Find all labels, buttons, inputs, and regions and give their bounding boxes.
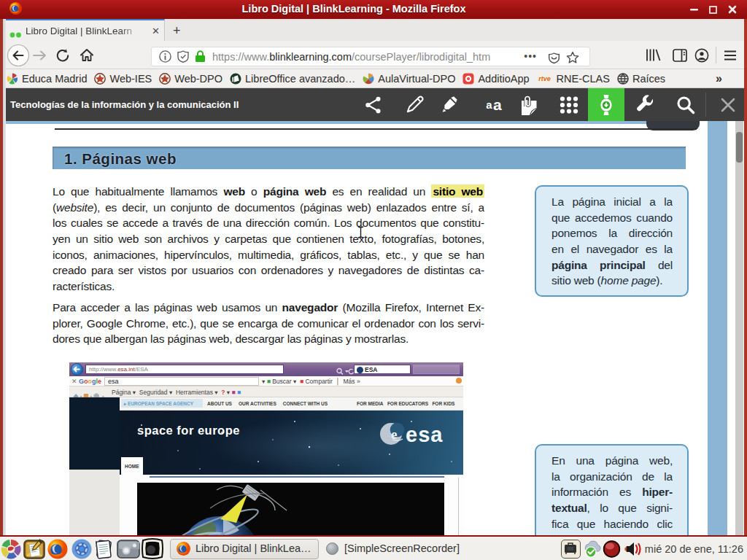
svg-text:e: e bbox=[391, 427, 397, 442]
svg-text:esa: esa bbox=[406, 423, 443, 446]
